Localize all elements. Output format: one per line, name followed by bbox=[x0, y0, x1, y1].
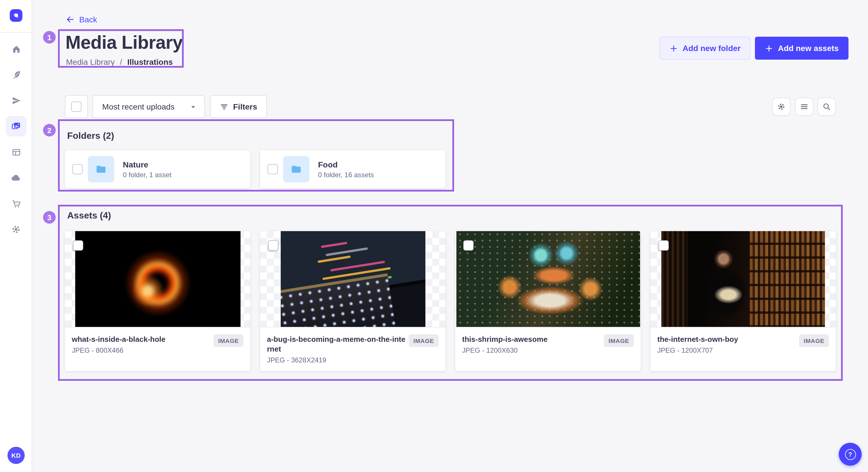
layout-icon bbox=[11, 147, 21, 157]
folder-text: Food 0 folder, 16 assets bbox=[318, 160, 374, 179]
asset-type-badge: IMAGE bbox=[409, 334, 439, 347]
breadcrumb-current: Illustrations bbox=[127, 57, 173, 67]
asset-thumbnail bbox=[650, 231, 836, 328]
annotation-badge-3: 3 bbox=[43, 211, 56, 224]
asset-meta: JPEG - 1200X630 bbox=[462, 346, 634, 355]
section-divider bbox=[65, 200, 836, 201]
asset-title: this-shrimp-is-awesome bbox=[462, 334, 601, 344]
user-avatar[interactable]: KD bbox=[7, 447, 25, 464]
select-all-checkbox[interactable] bbox=[65, 95, 88, 118]
arrow-left-icon bbox=[65, 15, 74, 24]
sidebar-item-home[interactable] bbox=[6, 38, 26, 59]
add-new-assets-button[interactable]: Add new assets bbox=[755, 37, 848, 60]
asset-checkbox[interactable] bbox=[268, 240, 278, 250]
asset-checkbox[interactable] bbox=[658, 240, 669, 250]
annotation-badge-2: 2 bbox=[43, 124, 56, 136]
breadcrumb: Media Library / Illustrations bbox=[66, 57, 173, 67]
folder-checkbox[interactable] bbox=[268, 164, 278, 174]
folder-icon-tile bbox=[283, 156, 309, 182]
cart-icon bbox=[11, 199, 21, 208]
sidebar-item-releases[interactable] bbox=[6, 90, 26, 111]
question-mark-icon: ? bbox=[845, 449, 856, 460]
add-new-assets-label: Add new assets bbox=[778, 43, 839, 53]
asset-meta: JPEG - 800X466 bbox=[72, 346, 243, 355]
filter-icon bbox=[220, 102, 228, 111]
annotation-badge-1: 1 bbox=[43, 31, 56, 43]
mantis-shrimp-image bbox=[456, 231, 640, 328]
asset-card-bug-meme[interactable]: a-bug-is-becoming-a-meme-on-the-internet… bbox=[260, 231, 445, 371]
plus-icon bbox=[670, 44, 678, 53]
assets-heading: Assets (4) bbox=[67, 210, 111, 221]
sidebar-item-content-manager[interactable] bbox=[6, 64, 26, 85]
breadcrumb-parent[interactable]: Media Library bbox=[66, 57, 115, 67]
chevron-down-icon bbox=[190, 103, 196, 110]
app-root: KD Back Media Library Media Library / Il… bbox=[0, 0, 868, 472]
help-button[interactable]: ? bbox=[839, 443, 862, 466]
folder-icon-tile bbox=[88, 156, 114, 182]
add-new-folder-label: Add new folder bbox=[683, 43, 741, 53]
folder-name: Nature bbox=[123, 160, 172, 169]
home-icon bbox=[11, 44, 21, 54]
add-new-folder-button[interactable]: Add new folder bbox=[660, 37, 750, 60]
folders-grid: Nature 0 folder, 1 asset Food 0 folder, … bbox=[65, 150, 836, 188]
sidebar: KD bbox=[0, 0, 32, 472]
asset-thumbnail bbox=[455, 231, 641, 328]
laptop-code-image bbox=[280, 231, 425, 328]
asset-info: what-s-inside-a-black-hole JPEG - 800X46… bbox=[65, 328, 250, 369]
breadcrumb-separator: / bbox=[120, 57, 122, 67]
folder-name: Food bbox=[318, 160, 374, 169]
asset-info: a-bug-is-becoming-a-meme-on-the-internet… bbox=[260, 328, 445, 371]
asset-checkbox[interactable] bbox=[73, 240, 83, 250]
back-link[interactable]: Back bbox=[65, 15, 97, 24]
folder-checkbox[interactable] bbox=[72, 164, 83, 174]
asset-card-black-hole[interactable]: what-s-inside-a-black-hole JPEG - 800X46… bbox=[65, 231, 250, 371]
gear-icon bbox=[11, 224, 21, 235]
sidebar-item-media-library[interactable] bbox=[6, 116, 26, 136]
feather-icon bbox=[11, 70, 21, 79]
page-title: Media Library bbox=[65, 32, 183, 53]
asset-title: the-internet-s-own-boy bbox=[657, 334, 796, 344]
cloud-icon bbox=[11, 173, 21, 183]
asset-checkbox[interactable] bbox=[463, 240, 474, 250]
asset-meta: JPEG - 1200X707 bbox=[657, 346, 829, 355]
sidebar-item-settings[interactable] bbox=[6, 219, 26, 240]
filters-label: Filters bbox=[233, 102, 257, 111]
folder-meta: 0 folder, 1 asset bbox=[123, 171, 172, 179]
back-label: Back bbox=[79, 15, 97, 24]
media-library-icon bbox=[11, 121, 21, 131]
asset-card-internets-own-boy[interactable]: the-internet-s-own-boy JPEG - 1200X707 I… bbox=[650, 231, 836, 371]
asset-type-badge: IMAGE bbox=[214, 334, 243, 347]
asset-title: what-s-inside-a-black-hole bbox=[72, 334, 211, 344]
list-icon bbox=[800, 102, 809, 111]
paper-plane-icon bbox=[11, 96, 21, 105]
sidebar-item-marketplace[interactable] bbox=[6, 193, 26, 214]
header-actions: Add new folder Add new assets bbox=[660, 37, 848, 60]
sort-select-value: Most recent uploads bbox=[102, 102, 175, 111]
search-button[interactable] bbox=[817, 98, 836, 116]
view-settings-button[interactable] bbox=[772, 98, 790, 116]
folder-text: Nature 0 folder, 1 asset bbox=[123, 160, 172, 179]
asset-type-badge: IMAGE bbox=[604, 334, 634, 347]
sidebar-item-deploy[interactable] bbox=[6, 167, 26, 188]
asset-thumbnail bbox=[65, 231, 250, 328]
asset-type-badge: IMAGE bbox=[799, 334, 829, 347]
sidebar-divider bbox=[0, 32, 32, 33]
folder-icon bbox=[95, 163, 107, 175]
folder-card-nature[interactable]: Nature 0 folder, 1 asset bbox=[65, 150, 250, 188]
asset-info: this-shrimp-is-awesome JPEG - 1200X630 I… bbox=[455, 328, 641, 369]
list-view-button[interactable] bbox=[795, 98, 813, 116]
asset-card-shrimp[interactable]: this-shrimp-is-awesome JPEG - 1200X630 I… bbox=[455, 231, 641, 371]
library-portrait-image bbox=[661, 231, 825, 328]
folder-meta: 0 folder, 16 assets bbox=[318, 171, 374, 179]
sidebar-item-content-type-builder[interactable] bbox=[6, 142, 26, 162]
strapi-logo[interactable] bbox=[10, 9, 22, 22]
folder-card-food[interactable]: Food 0 folder, 16 assets bbox=[260, 150, 445, 188]
avatar-initials: KD bbox=[11, 452, 21, 459]
folder-icon bbox=[290, 163, 303, 175]
filters-button[interactable]: Filters bbox=[210, 95, 267, 118]
assets-grid: what-s-inside-a-black-hole JPEG - 800X46… bbox=[65, 231, 836, 371]
plus-icon bbox=[765, 44, 773, 53]
sort-select[interactable]: Most recent uploads bbox=[92, 95, 205, 118]
asset-meta: JPEG - 3628X2419 bbox=[267, 356, 439, 364]
asset-title: a-bug-is-becoming-a-meme-on-the-internet bbox=[267, 334, 406, 354]
